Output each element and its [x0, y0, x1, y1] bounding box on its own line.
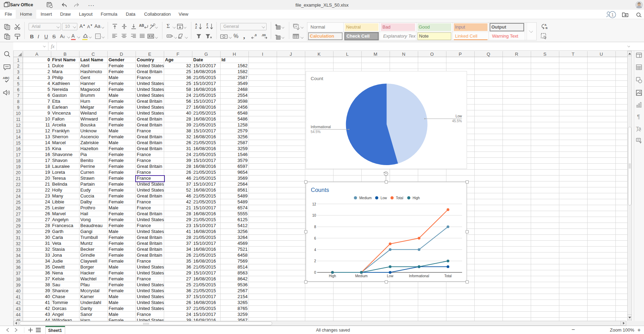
svg-text:Low: Low — [381, 196, 387, 200]
svg-text:0: 0 — [314, 271, 316, 274]
svg-text:Low: Low — [455, 114, 462, 118]
svg-text:Medium: Medium — [355, 274, 368, 278]
svg-text:Informational: Informational — [409, 274, 429, 278]
svg-text:High: High — [413, 196, 420, 200]
svg-text:.0: .0 — [254, 34, 257, 37]
svg-text:.00: .00 — [261, 34, 266, 37]
svg-text:A: A — [150, 24, 152, 27]
svg-text:12: 12 — [312, 202, 316, 206]
svg-text:8: 8 — [314, 225, 316, 229]
svg-text:High: High — [329, 274, 336, 278]
svg-text:Counts: Counts — [311, 187, 329, 193]
svg-text:1: 1 — [611, 12, 614, 17]
svg-text:B: B — [546, 26, 548, 30]
svg-text:54.5%: 54.5% — [311, 130, 321, 134]
svg-text:Total: Total — [444, 274, 452, 278]
svg-text:Medium: Medium — [359, 196, 372, 200]
svg-text:Total: Total — [396, 196, 403, 200]
svg-text:Informational: Informational — [311, 125, 331, 129]
svg-text:4: 4 — [314, 248, 316, 252]
svg-text:2: 2 — [314, 259, 316, 263]
svg-text:Low: Low — [387, 274, 393, 278]
svg-text:6: 6 — [314, 236, 316, 240]
svg-text:45.5%: 45.5% — [452, 119, 462, 123]
svg-text:10: 10 — [312, 213, 316, 217]
